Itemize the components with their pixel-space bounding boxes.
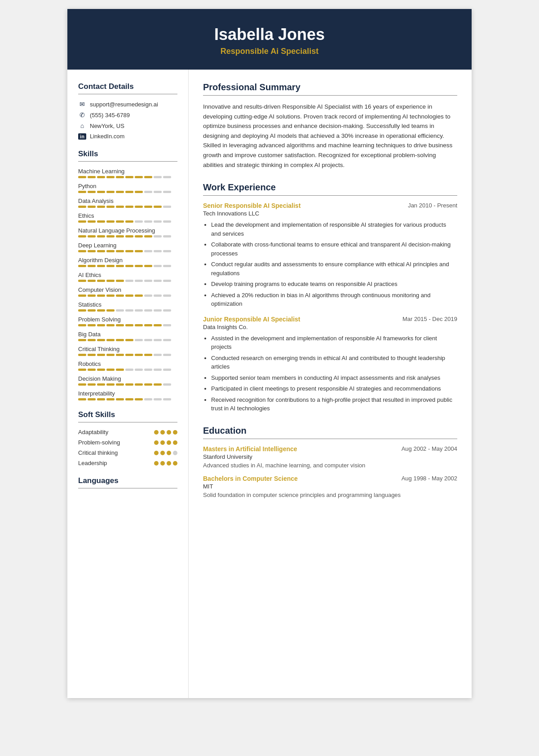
- skill-segment: [97, 191, 105, 193]
- skill-segment: [88, 383, 96, 386]
- skill-segment: [163, 339, 171, 341]
- skill-bar: [78, 324, 177, 326]
- skill-label: Data Analysis: [78, 198, 177, 204]
- skill-segment: [135, 309, 143, 312]
- skill-bar: [78, 176, 177, 178]
- skill-segment: [78, 265, 86, 267]
- dot: [160, 451, 165, 455]
- skill-segment: [154, 369, 162, 371]
- skill-segment: [154, 265, 162, 267]
- location-icon: ⌂: [78, 122, 86, 129]
- skill-segment: [116, 324, 124, 326]
- skill-segment: [106, 220, 115, 223]
- skill-segment: [144, 206, 152, 208]
- skill-label: Python: [78, 183, 177, 189]
- education-section: Education Masters in Artificial Intellig…: [203, 426, 457, 498]
- skill-segment: [163, 383, 171, 386]
- skill-segment: [106, 383, 115, 386]
- phone-text: (555) 345-6789: [90, 112, 130, 119]
- edu-description: Solid foundation in computer science pri…: [203, 492, 457, 498]
- skill-segment: [163, 280, 171, 282]
- skill-segment: [125, 354, 133, 356]
- jobs-list: Senior Responsible AI SpecialistJan 2010…: [203, 202, 457, 413]
- skill-segment: [163, 191, 171, 193]
- skill-segment: [88, 324, 96, 326]
- skill-segment: [144, 294, 152, 297]
- skill-segment: [125, 206, 133, 208]
- skill-segment: [163, 354, 171, 356]
- email-icon: ✉: [78, 101, 86, 108]
- dot: [160, 430, 165, 435]
- skills-section: Skills Machine LearningPythonData Analys…: [78, 149, 177, 400]
- skill-segment: [125, 383, 133, 386]
- edu-dates: Aug 2002 - May 2004: [402, 445, 457, 452]
- skill-segment: [125, 398, 133, 400]
- skill-segment: [125, 220, 133, 223]
- job-bullet: Collaborate with cross-functional teams …: [211, 240, 457, 258]
- skill-segment: [135, 324, 143, 326]
- skill-segment: [88, 369, 96, 371]
- soft-skill-label: Problem-solving: [78, 439, 120, 446]
- skill-segment: [125, 265, 133, 267]
- skill-segment: [163, 235, 171, 237]
- skill-segment: [88, 280, 96, 282]
- skill-segment: [154, 354, 162, 356]
- soft-skills-divider: [78, 422, 177, 422]
- skill-segment: [97, 398, 105, 400]
- skill-segment: [116, 309, 124, 312]
- skill-bar: [78, 280, 177, 282]
- skill-segment: [163, 324, 171, 326]
- skill-segment: [97, 354, 105, 356]
- skill-bar: [78, 220, 177, 223]
- location-text: NewYork, US: [90, 123, 124, 129]
- skill-label: Problem Solving: [78, 316, 177, 323]
- skill-segment: [78, 339, 86, 341]
- soft-skill-row: Adaptability: [78, 429, 177, 435]
- job-company: Data Insights Co.: [203, 324, 457, 330]
- skill-segment: [97, 250, 105, 252]
- sidebar: Contact Details ✉ support@resumedesign.a…: [67, 70, 189, 698]
- skill-segment: [144, 324, 152, 326]
- education-divider: [203, 439, 457, 439]
- skill-segment: [116, 191, 124, 193]
- skill-segment: [106, 354, 115, 356]
- job-bullet: Received recognition for contributions t…: [211, 396, 457, 413]
- skill-segment: [135, 220, 143, 223]
- contact-section: Contact Details ✉ support@resumedesign.a…: [78, 82, 177, 140]
- skill-segment: [78, 369, 86, 371]
- skill-segment: [116, 265, 124, 267]
- edu-degree: Bachelors in Computer Science: [203, 475, 298, 482]
- skill-segment: [106, 250, 115, 252]
- skill-segment: [106, 235, 115, 237]
- skill-segment: [88, 294, 96, 297]
- skill-label: Computer Vision: [78, 286, 177, 293]
- skill-label: Interpretability: [78, 390, 177, 397]
- skill-segment: [116, 354, 124, 356]
- skill-segment: [78, 398, 86, 400]
- skill-segment: [144, 191, 152, 193]
- education-entry: Bachelors in Computer ScienceAug 1998 - …: [203, 475, 457, 498]
- summary-title: Professional Summary: [203, 82, 457, 92]
- skill-segment: [144, 235, 152, 237]
- skill-segment: [163, 398, 171, 400]
- skill-segment: [97, 294, 105, 297]
- job-bullets: Lead the development and implementation …: [211, 220, 457, 308]
- contact-location: ⌂ NewYork, US: [78, 122, 177, 129]
- work-experience-title: Work Experience: [203, 182, 457, 193]
- resume-header: Isabella Jones Responsible Ai Specialist: [67, 9, 472, 70]
- skill-segment: [154, 398, 162, 400]
- skill-segment: [78, 235, 86, 237]
- skill-segment: [154, 220, 162, 223]
- job-bullet: Participated in client meetings to prese…: [211, 384, 457, 393]
- skill-segment: [144, 220, 152, 223]
- soft-skills-title: Soft Skills: [78, 410, 177, 419]
- skill-segment: [116, 280, 124, 282]
- education-entry: Masters in Artificial IntelligenceAug 20…: [203, 445, 457, 469]
- skills-divider: [78, 161, 177, 162]
- edu-description: Advanced studies in AI, machine learning…: [203, 462, 457, 469]
- skill-segment: [78, 220, 86, 223]
- skill-segment: [116, 235, 124, 237]
- skill-label: Natural Language Processing: [78, 227, 177, 234]
- skill-segment: [97, 383, 105, 386]
- job-bullet: Assisted in the development and implemen…: [211, 334, 457, 352]
